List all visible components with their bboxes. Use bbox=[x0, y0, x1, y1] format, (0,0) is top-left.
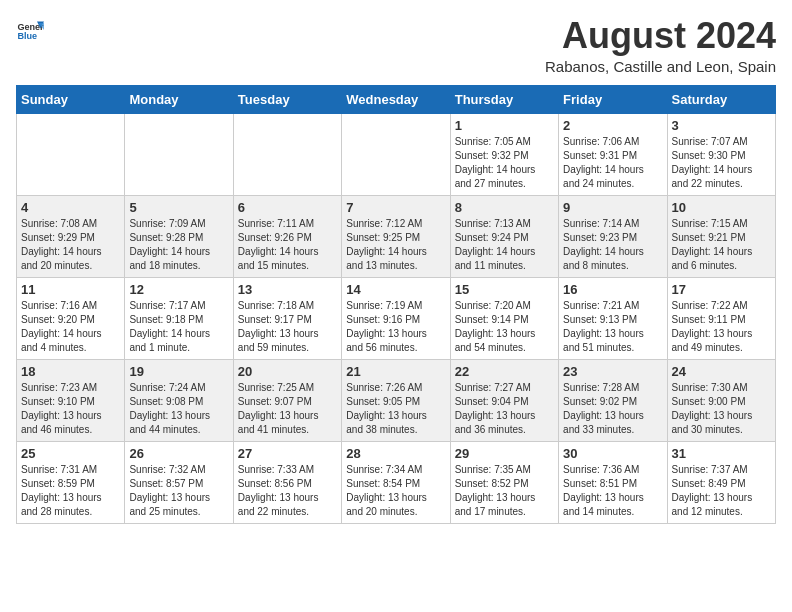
day-info: Sunrise: 7:06 AMSunset: 9:31 PMDaylight:… bbox=[563, 135, 662, 191]
day-info: Sunrise: 7:25 AMSunset: 9:07 PMDaylight:… bbox=[238, 381, 337, 437]
col-header-saturday: Saturday bbox=[667, 85, 775, 113]
day-info: Sunrise: 7:26 AMSunset: 9:05 PMDaylight:… bbox=[346, 381, 445, 437]
calendar-cell: 1Sunrise: 7:05 AMSunset: 9:32 PMDaylight… bbox=[450, 113, 558, 195]
calendar-week-5: 25Sunrise: 7:31 AMSunset: 8:59 PMDayligh… bbox=[17, 441, 776, 523]
calendar-cell: 9Sunrise: 7:14 AMSunset: 9:23 PMDaylight… bbox=[559, 195, 667, 277]
calendar-cell: 28Sunrise: 7:34 AMSunset: 8:54 PMDayligh… bbox=[342, 441, 450, 523]
day-info: Sunrise: 7:15 AMSunset: 9:21 PMDaylight:… bbox=[672, 217, 771, 273]
day-number: 4 bbox=[21, 200, 120, 215]
day-number: 17 bbox=[672, 282, 771, 297]
day-info: Sunrise: 7:19 AMSunset: 9:16 PMDaylight:… bbox=[346, 299, 445, 355]
day-number: 6 bbox=[238, 200, 337, 215]
day-number: 7 bbox=[346, 200, 445, 215]
title-block: August 2024 Rabanos, Castille and Leon, … bbox=[545, 16, 776, 75]
day-info: Sunrise: 7:36 AMSunset: 8:51 PMDaylight:… bbox=[563, 463, 662, 519]
calendar-cell: 20Sunrise: 7:25 AMSunset: 9:07 PMDayligh… bbox=[233, 359, 341, 441]
day-number: 18 bbox=[21, 364, 120, 379]
calendar-cell bbox=[233, 113, 341, 195]
day-info: Sunrise: 7:32 AMSunset: 8:57 PMDaylight:… bbox=[129, 463, 228, 519]
calendar-cell: 2Sunrise: 7:06 AMSunset: 9:31 PMDaylight… bbox=[559, 113, 667, 195]
calendar-cell: 11Sunrise: 7:16 AMSunset: 9:20 PMDayligh… bbox=[17, 277, 125, 359]
col-header-tuesday: Tuesday bbox=[233, 85, 341, 113]
day-number: 16 bbox=[563, 282, 662, 297]
calendar-cell: 5Sunrise: 7:09 AMSunset: 9:28 PMDaylight… bbox=[125, 195, 233, 277]
calendar-header-row: SundayMondayTuesdayWednesdayThursdayFrid… bbox=[17, 85, 776, 113]
day-number: 24 bbox=[672, 364, 771, 379]
calendar-cell: 10Sunrise: 7:15 AMSunset: 9:21 PMDayligh… bbox=[667, 195, 775, 277]
col-header-wednesday: Wednesday bbox=[342, 85, 450, 113]
calendar-cell: 6Sunrise: 7:11 AMSunset: 9:26 PMDaylight… bbox=[233, 195, 341, 277]
day-info: Sunrise: 7:22 AMSunset: 9:11 PMDaylight:… bbox=[672, 299, 771, 355]
day-number: 31 bbox=[672, 446, 771, 461]
day-info: Sunrise: 7:34 AMSunset: 8:54 PMDaylight:… bbox=[346, 463, 445, 519]
day-number: 1 bbox=[455, 118, 554, 133]
calendar-cell: 24Sunrise: 7:30 AMSunset: 9:00 PMDayligh… bbox=[667, 359, 775, 441]
calendar-week-1: 1Sunrise: 7:05 AMSunset: 9:32 PMDaylight… bbox=[17, 113, 776, 195]
day-number: 30 bbox=[563, 446, 662, 461]
calendar-cell: 22Sunrise: 7:27 AMSunset: 9:04 PMDayligh… bbox=[450, 359, 558, 441]
page-header: General Blue August 2024 Rabanos, Castil… bbox=[16, 16, 776, 75]
calendar-week-3: 11Sunrise: 7:16 AMSunset: 9:20 PMDayligh… bbox=[17, 277, 776, 359]
day-number: 5 bbox=[129, 200, 228, 215]
day-info: Sunrise: 7:23 AMSunset: 9:10 PMDaylight:… bbox=[21, 381, 120, 437]
subtitle: Rabanos, Castille and Leon, Spain bbox=[545, 58, 776, 75]
day-info: Sunrise: 7:05 AMSunset: 9:32 PMDaylight:… bbox=[455, 135, 554, 191]
calendar-cell: 7Sunrise: 7:12 AMSunset: 9:25 PMDaylight… bbox=[342, 195, 450, 277]
col-header-sunday: Sunday bbox=[17, 85, 125, 113]
day-info: Sunrise: 7:11 AMSunset: 9:26 PMDaylight:… bbox=[238, 217, 337, 273]
day-info: Sunrise: 7:14 AMSunset: 9:23 PMDaylight:… bbox=[563, 217, 662, 273]
day-number: 15 bbox=[455, 282, 554, 297]
day-number: 14 bbox=[346, 282, 445, 297]
calendar-cell: 12Sunrise: 7:17 AMSunset: 9:18 PMDayligh… bbox=[125, 277, 233, 359]
calendar-table: SundayMondayTuesdayWednesdayThursdayFrid… bbox=[16, 85, 776, 524]
calendar-cell: 25Sunrise: 7:31 AMSunset: 8:59 PMDayligh… bbox=[17, 441, 125, 523]
day-info: Sunrise: 7:12 AMSunset: 9:25 PMDaylight:… bbox=[346, 217, 445, 273]
calendar-cell: 8Sunrise: 7:13 AMSunset: 9:24 PMDaylight… bbox=[450, 195, 558, 277]
calendar-cell: 27Sunrise: 7:33 AMSunset: 8:56 PMDayligh… bbox=[233, 441, 341, 523]
logo-icon: General Blue bbox=[16, 16, 44, 44]
day-info: Sunrise: 7:35 AMSunset: 8:52 PMDaylight:… bbox=[455, 463, 554, 519]
day-info: Sunrise: 7:20 AMSunset: 9:14 PMDaylight:… bbox=[455, 299, 554, 355]
day-number: 27 bbox=[238, 446, 337, 461]
day-info: Sunrise: 7:09 AMSunset: 9:28 PMDaylight:… bbox=[129, 217, 228, 273]
calendar-cell: 18Sunrise: 7:23 AMSunset: 9:10 PMDayligh… bbox=[17, 359, 125, 441]
calendar-cell: 29Sunrise: 7:35 AMSunset: 8:52 PMDayligh… bbox=[450, 441, 558, 523]
day-number: 29 bbox=[455, 446, 554, 461]
calendar-cell: 21Sunrise: 7:26 AMSunset: 9:05 PMDayligh… bbox=[342, 359, 450, 441]
day-info: Sunrise: 7:28 AMSunset: 9:02 PMDaylight:… bbox=[563, 381, 662, 437]
day-number: 10 bbox=[672, 200, 771, 215]
day-info: Sunrise: 7:31 AMSunset: 8:59 PMDaylight:… bbox=[21, 463, 120, 519]
calendar-cell bbox=[342, 113, 450, 195]
day-info: Sunrise: 7:17 AMSunset: 9:18 PMDaylight:… bbox=[129, 299, 228, 355]
col-header-thursday: Thursday bbox=[450, 85, 558, 113]
day-number: 22 bbox=[455, 364, 554, 379]
day-number: 26 bbox=[129, 446, 228, 461]
calendar-cell bbox=[17, 113, 125, 195]
calendar-cell bbox=[125, 113, 233, 195]
main-title: August 2024 bbox=[545, 16, 776, 56]
day-info: Sunrise: 7:18 AMSunset: 9:17 PMDaylight:… bbox=[238, 299, 337, 355]
day-info: Sunrise: 7:13 AMSunset: 9:24 PMDaylight:… bbox=[455, 217, 554, 273]
day-info: Sunrise: 7:08 AMSunset: 9:29 PMDaylight:… bbox=[21, 217, 120, 273]
day-info: Sunrise: 7:21 AMSunset: 9:13 PMDaylight:… bbox=[563, 299, 662, 355]
calendar-cell: 4Sunrise: 7:08 AMSunset: 9:29 PMDaylight… bbox=[17, 195, 125, 277]
day-number: 21 bbox=[346, 364, 445, 379]
col-header-friday: Friday bbox=[559, 85, 667, 113]
day-info: Sunrise: 7:07 AMSunset: 9:30 PMDaylight:… bbox=[672, 135, 771, 191]
calendar-cell: 14Sunrise: 7:19 AMSunset: 9:16 PMDayligh… bbox=[342, 277, 450, 359]
day-number: 12 bbox=[129, 282, 228, 297]
day-info: Sunrise: 7:33 AMSunset: 8:56 PMDaylight:… bbox=[238, 463, 337, 519]
day-number: 13 bbox=[238, 282, 337, 297]
calendar-cell: 30Sunrise: 7:36 AMSunset: 8:51 PMDayligh… bbox=[559, 441, 667, 523]
day-number: 3 bbox=[672, 118, 771, 133]
calendar-week-4: 18Sunrise: 7:23 AMSunset: 9:10 PMDayligh… bbox=[17, 359, 776, 441]
calendar-cell: 23Sunrise: 7:28 AMSunset: 9:02 PMDayligh… bbox=[559, 359, 667, 441]
calendar-cell: 19Sunrise: 7:24 AMSunset: 9:08 PMDayligh… bbox=[125, 359, 233, 441]
day-info: Sunrise: 7:27 AMSunset: 9:04 PMDaylight:… bbox=[455, 381, 554, 437]
calendar-cell: 3Sunrise: 7:07 AMSunset: 9:30 PMDaylight… bbox=[667, 113, 775, 195]
calendar-week-2: 4Sunrise: 7:08 AMSunset: 9:29 PMDaylight… bbox=[17, 195, 776, 277]
logo: General Blue bbox=[16, 16, 44, 44]
day-info: Sunrise: 7:24 AMSunset: 9:08 PMDaylight:… bbox=[129, 381, 228, 437]
day-info: Sunrise: 7:16 AMSunset: 9:20 PMDaylight:… bbox=[21, 299, 120, 355]
day-number: 28 bbox=[346, 446, 445, 461]
